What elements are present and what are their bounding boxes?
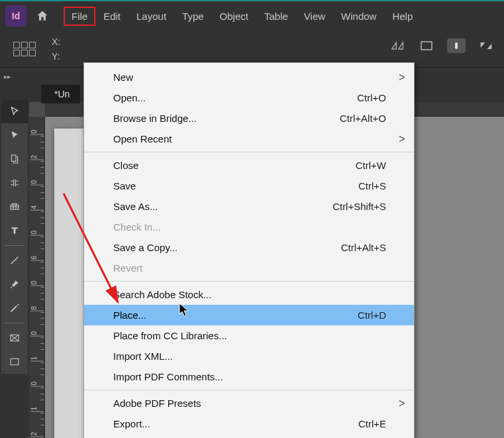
menu-view[interactable]: View (296, 7, 333, 26)
page-tool[interactable] (1, 147, 28, 171)
reference-point-grid[interactable] (13, 42, 36, 56)
menu-item-shortcut: Ctrl+Alt+S (341, 242, 395, 253)
menu-item-shortcut: Ctrl+D (358, 309, 395, 321)
menu-item-adobe-pdf-presets[interactable]: Adobe PDF Presetsᐳ (84, 393, 414, 413)
menu-layout[interactable]: Layout (128, 7, 174, 26)
menu-item-search-adobe-stock[interactable]: Search Adobe Stock... (84, 284, 414, 305)
menu-item-label: Place... (113, 309, 146, 321)
menu-item-label: Close (113, 160, 138, 171)
control-bar-right (389, 37, 495, 54)
menu-item-label: Place from CC Libraries... (113, 330, 227, 341)
menu-item-browse-in-bridge[interactable]: Browse in Bridge...Ctrl+Alt+O (84, 108, 414, 129)
flip-horizontal-icon[interactable] (389, 37, 406, 54)
y-label: Y: (52, 51, 60, 62)
menu-item-place-from-cc-libraries[interactable]: Place from CC Libraries... (84, 325, 414, 346)
selection-tool[interactable] (1, 99, 28, 123)
menu-item-shortcut: Ctrl+W (356, 160, 395, 171)
svg-rect-5 (11, 358, 19, 364)
menu-item-shortcut: Ctrl+E (358, 418, 395, 429)
panel-expand-icon[interactable]: ▸▸ (3, 72, 12, 81)
rectangle-tool-icon[interactable] (418, 37, 435, 54)
direct-selection-tool[interactable] (1, 123, 28, 147)
pencil-tool[interactable] (1, 296, 28, 320)
menu-item-label: Search Adobe Stock... (113, 289, 211, 300)
svg-rect-3 (11, 205, 19, 209)
menu-item-save-a-copy[interactable]: Save a Copy...Ctrl+Alt+S (84, 237, 414, 258)
menu-item-save[interactable]: SaveCtrl+S (84, 176, 414, 196)
menu-item-label: Import PDF Comments... (113, 371, 223, 382)
ruler-vertical: 0204060801012 (29, 117, 45, 438)
menu-item-label: Import XML... (113, 351, 173, 362)
submenu-arrow-icon: ᐳ (399, 72, 405, 82)
menu-item-open-recent[interactable]: Open Recentᐳ (84, 129, 414, 149)
menu-object[interactable]: Object (212, 7, 256, 26)
menu-item-save-as[interactable]: Save As...Ctrl+Shift+S (84, 196, 414, 217)
menu-file[interactable]: File (64, 7, 95, 26)
menu-item-label: Open Recent (113, 133, 172, 144)
menu-item-label: Revert (113, 262, 142, 274)
menu-item-shortcut: Ctrl+O (357, 92, 395, 103)
menu-edit[interactable]: Edit (95, 7, 128, 26)
menu-item-revert: Revert (84, 258, 414, 278)
document-canvas[interactable]: 0204060801012 NewᐳOpen...Ctrl+OBrowse in… (29, 102, 504, 438)
menu-item-new[interactable]: Newᐳ (84, 67, 414, 87)
menu-item-shortcut: Ctrl+S (358, 180, 395, 192)
gap-tool[interactable] (1, 171, 28, 195)
menu-item-label: Browse in Bridge... (113, 113, 197, 124)
menu-item-check-in: Check In... (84, 217, 414, 237)
menu-item-export[interactable]: Export...Ctrl+E (84, 413, 414, 434)
menu-type[interactable]: Type (174, 7, 212, 26)
svg-rect-1 (455, 42, 458, 49)
corner-options-icon[interactable] (478, 37, 495, 54)
app-icon: Id (5, 5, 26, 27)
file-menu-dropdown: NewᐳOpen...Ctrl+OBrowse in Bridge...Ctrl… (83, 62, 415, 438)
menu-item-label: New (113, 72, 133, 83)
menubar: Id FileEditLayoutTypeObjectTableViewWind… (0, 1, 504, 30)
menu-item-import-xml[interactable]: Import XML... (84, 346, 414, 366)
rectangle-frame-tool[interactable] (1, 326, 28, 350)
menu-item-label: Open... (113, 92, 146, 103)
line-tool[interactable] (1, 248, 28, 272)
submenu-arrow-icon: ᐳ (399, 134, 405, 144)
submenu-arrow-icon: ᐳ (399, 398, 405, 408)
stroke-weight-chip[interactable] (447, 38, 466, 53)
menu-item-label: Save As... (113, 201, 158, 212)
menu-table[interactable]: Table (256, 7, 296, 26)
menu-item-label: Save a Copy... (113, 242, 177, 253)
cursor-icon (179, 303, 191, 317)
menu-item-label: Export... (113, 418, 150, 429)
tools-panel (1, 99, 28, 374)
document-tab[interactable]: *Un (41, 85, 80, 103)
menu-help[interactable]: Help (384, 7, 421, 26)
home-icon[interactable] (33, 7, 52, 25)
pen-tool[interactable] (1, 272, 28, 296)
x-label: X: (52, 36, 60, 47)
content-collector-tool[interactable] (1, 195, 28, 219)
menu-item-open[interactable]: Open...Ctrl+O (84, 87, 414, 108)
menu-item-label: Check In... (113, 221, 161, 233)
menu-item-shortcut: Ctrl+Alt+O (340, 113, 395, 124)
rectangle-tool[interactable] (1, 350, 28, 374)
menu-item-import-pdf-comments[interactable]: Import PDF Comments... (84, 366, 414, 387)
workspace: ▸▸ *Un 0204060801012 NewᐳOpen...Ctrl+OBr… (0, 68, 504, 438)
menu-item-label: Save (113, 180, 136, 192)
menu-window[interactable]: Window (333, 7, 384, 26)
menu-item-close[interactable]: CloseCtrl+W (84, 155, 414, 176)
document-tabs: *Un (41, 85, 80, 103)
menu-item-label: Adobe PDF Presets (113, 398, 201, 409)
type-tool[interactable] (1, 219, 28, 243)
svg-rect-0 (421, 42, 432, 50)
menu-item-shortcut: Ctrl+Shift+S (332, 201, 395, 212)
menu-item-place[interactable]: Place...Ctrl+D (84, 305, 414, 325)
svg-rect-2 (11, 155, 16, 161)
